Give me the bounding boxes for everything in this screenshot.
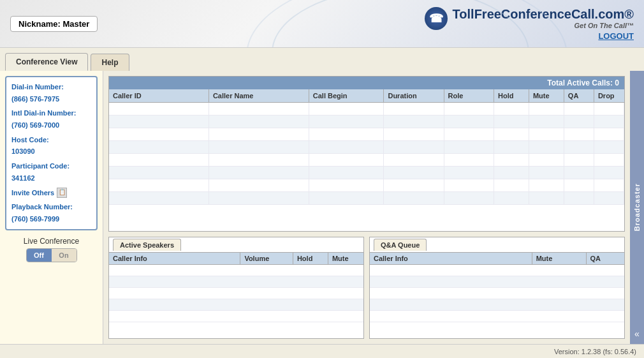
panel-row <box>370 265 624 276</box>
table-row <box>109 154 624 167</box>
col-role: Role <box>444 89 494 102</box>
playback-value: (760) 569-7999 <box>11 215 59 223</box>
table-row <box>109 192 624 205</box>
tab-help[interactable]: Help <box>91 54 129 71</box>
active-speakers-title: Active Speakers <box>113 239 181 251</box>
participant-code-value: 341162 <box>11 174 35 182</box>
live-conference-section: Live Conference Off On <box>5 237 98 262</box>
as-col-caller-info: Caller Info <box>109 253 240 264</box>
content-area: Total Active Calls: 0 Caller ID Caller N… <box>103 71 630 344</box>
dial-in-value: (866) 576-7975 <box>11 95 59 103</box>
table-row <box>109 116 624 128</box>
info-box: Dial-in Number: (866) 576-7975 Intl Dial… <box>5 76 98 230</box>
panel-row <box>109 311 363 322</box>
toggle-off-button[interactable]: Off <box>27 249 52 262</box>
col-drop: Drop <box>594 89 624 102</box>
table-row <box>109 103 624 116</box>
qa-queue-panel: Q&A Queue Caller Info Mute QA <box>369 237 625 339</box>
footer: Version: 1.2.38 (fs: 0.56.4) <box>0 344 644 358</box>
main-layout: Dial-in Number: (866) 576-7975 Intl Dial… <box>0 71 644 344</box>
bottom-panels: Active Speakers Caller Info Volume Hold … <box>108 237 625 339</box>
host-code-value: 103090 <box>11 147 35 155</box>
qa-col-mute: Mute <box>532 253 587 264</box>
nickname-box: Dial-in Number: Nickname: Master <box>10 16 98 32</box>
table-row <box>109 167 624 179</box>
main-table: Total Active Calls: 0 Caller ID Caller N… <box>108 76 625 232</box>
qa-col-qa: QA <box>587 253 624 264</box>
broadcaster-label: Broadcaster <box>633 183 641 231</box>
logout-link[interactable]: LOGOUT <box>425 31 634 41</box>
tab-conference-view[interactable]: Conference View <box>5 53 88 71</box>
version-text: Version: 1.2.38 (fs: 0.56.4) <box>554 348 636 355</box>
panel-row <box>370 311 624 322</box>
as-col-mute: Mute <box>328 253 363 264</box>
qa-queue-title: Q&A Queue <box>374 239 427 251</box>
panel-row <box>109 299 363 311</box>
table-row <box>109 128 624 141</box>
col-call-begin: Call Begin <box>309 89 384 102</box>
col-caller-name: Caller Name <box>209 89 309 102</box>
panel-row <box>370 299 624 311</box>
intl-label: Intl Dial-in Number: <box>11 109 76 117</box>
broadcaster-sidebar[interactable]: Broadcaster « <box>630 71 644 344</box>
playback-label: Playback Number: <box>11 203 73 211</box>
invite-icon[interactable]: 📋 <box>57 188 67 198</box>
active-speakers-title-bar: Active Speakers <box>109 237 363 252</box>
qa-queue-title-bar: Q&A Queue <box>370 237 624 252</box>
toggle-on-button[interactable]: On <box>52 249 77 262</box>
col-duration: Duration <box>384 89 444 102</box>
table-row <box>109 179 624 192</box>
header: Dial-in Number: Nickname: Master ☎ TollF… <box>0 0 644 48</box>
active-speakers-panel: Active Speakers Caller Info Volume Hold … <box>108 237 364 339</box>
logo-tagline: Get On The Call™ <box>453 22 634 29</box>
dial-in-label: Dial-in Number: <box>11 83 64 91</box>
qa-queue-body <box>370 265 624 338</box>
broadcaster-arrow-icon: « <box>634 329 640 339</box>
table-body <box>109 103 624 231</box>
qa-queue-header: Caller Info Mute QA <box>370 252 624 265</box>
table-row <box>109 141 624 154</box>
logo-area: ☎ TollFreeConferenceCall.com® Get On The… <box>425 7 634 41</box>
invite-row: Invite Others 📋 <box>11 187 91 199</box>
col-hold: Hold <box>494 89 529 102</box>
as-col-volume: Volume <box>240 253 293 264</box>
active-speakers-header: Caller Info Volume Hold Mute <box>109 252 363 265</box>
sidebar: Dial-in Number: (866) 576-7975 Intl Dial… <box>0 71 103 344</box>
panel-row <box>370 288 624 299</box>
participant-code-label: Participant Code: <box>11 162 70 170</box>
live-conference-toggle[interactable]: Off On <box>26 248 77 262</box>
panel-row <box>109 265 363 276</box>
nickname-static: Nickname: Master <box>18 19 89 29</box>
total-calls-bar: Total Active Calls: 0 <box>109 77 624 89</box>
live-conference-label: Live Conference <box>5 237 98 246</box>
panel-row <box>109 276 363 288</box>
invite-label: Invite Others <box>11 187 54 199</box>
active-speakers-body <box>109 265 363 338</box>
panel-row <box>109 288 363 299</box>
logo-name: TollFreeConferenceCall.com® <box>453 7 634 22</box>
col-mute: Mute <box>529 89 564 102</box>
logo-icon: ☎ <box>425 7 448 30</box>
nav-bar: Conference View Help <box>0 48 644 71</box>
col-caller-id: Caller ID <box>109 89 209 102</box>
table-header: Caller ID Caller Name Call Begin Duratio… <box>109 89 624 103</box>
qa-col-caller-info: Caller Info <box>370 253 532 264</box>
panel-row <box>370 276 624 288</box>
col-qa: QA <box>564 89 594 102</box>
host-code-label: Host Code: <box>11 136 49 144</box>
logo-text: ☎ TollFreeConferenceCall.com® Get On The… <box>425 7 634 30</box>
as-col-hold: Hold <box>293 253 328 264</box>
intl-value: (760) 569-7000 <box>11 121 59 129</box>
